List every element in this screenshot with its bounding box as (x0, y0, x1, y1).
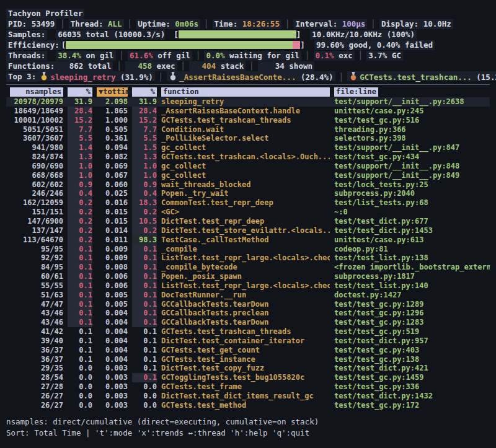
table-row[interactable]: 824/8741.30.0821.3GCTests.test_trashcan.… (6, 152, 490, 162)
top3-item[interactable]: sleeping_retry (31.9%) (38, 71, 155, 81)
col-header-function[interactable]: function (161, 87, 330, 97)
table-row[interactable]: 10001/1000215.21.00015.2GCTests.test_tra… (6, 116, 490, 125)
function-cell: GCTests.test_instance (161, 355, 330, 364)
file-line-cell: threading.py:366 (334, 125, 490, 134)
function-cell: GCCallbackTests.preclean (161, 309, 330, 318)
table-body: 20978/2097931.92.09831.9sleeping_retryte… (6, 97, 490, 410)
cum-pct-cell: 28.4 (132, 107, 157, 116)
cum-pct-cell: 0.1 (132, 291, 157, 300)
tottime-cell: 0.505 (97, 125, 128, 134)
tottime-cell: 0.004 (97, 318, 128, 327)
col-header-tottime[interactable]: ▼tottime (97, 87, 128, 97)
tottime-cell: 0.009 (97, 253, 128, 263)
stat-value: 0.0% (206, 51, 224, 60)
table-row[interactable]: 113/646700.20.01198.3TestCase._callTestM… (6, 235, 490, 245)
stat-segment: 38.4% on gil (56, 51, 115, 61)
direct-pct-cell: 0.0 (68, 382, 92, 392)
table-row[interactable]: 29/350.00.0030.1DictTest.test_copy_fuzzt… (6, 364, 490, 373)
file-line-cell: test/test_gc.py:403 (334, 346, 490, 355)
table-row[interactable]: 28/540.00.0030.1GCTogglingTests.test_bug… (6, 373, 490, 382)
separator: │ (200, 19, 213, 29)
efficiency-bar-good (66, 41, 293, 49)
tottime-cell: 0.014 (97, 226, 128, 235)
function-cell: DictTest.test_store_evilattr.<locals... (161, 226, 330, 235)
table-row[interactable]: 95/950.10.0090.1_compilecodeop.py:81 (6, 245, 490, 254)
function-cell: GCCallbackTests.tearDown (161, 300, 330, 309)
stat-label: stack (216, 61, 244, 71)
table-row[interactable]: 246/2460.40.0250.4Popen._try_waitsubproc… (6, 189, 490, 198)
function-cell: wait_threads_blocked (161, 180, 330, 190)
tottime-cell: 0.004 (97, 336, 128, 346)
table-row[interactable]: 92/920.10.0090.1ListTest.test_repr_large… (6, 253, 490, 263)
nsamples-cell: 113/64670 (10, 235, 63, 245)
nsamples-cell: 28/54 (10, 373, 63, 382)
table-row[interactable]: 43/460.10.0040.1GCCallbackTests.tearDown… (6, 318, 490, 327)
cum-pct-cell: 0.1 (132, 336, 157, 346)
col-header-direct-pct[interactable]: % (68, 87, 92, 97)
table-row[interactable]: 20978/2097931.92.09831.9sleeping_retryte… (6, 97, 490, 107)
efficiency-label: Efficiency: (6, 40, 61, 50)
direct-pct-cell: 28.4 (68, 107, 92, 116)
col-header-cum-pct[interactable]: % (132, 87, 157, 97)
table-row[interactable]: 5051/50517.70.5057.7Condition.waitthread… (6, 125, 490, 134)
function-cell: DictTest.test_repr_deep (161, 217, 330, 226)
footer-help-line2: Sort: Total Time | 't':mode 'x':trends ↔… (6, 428, 319, 439)
file-line-cell: test/test_gc.py:516 (334, 116, 490, 125)
table-row[interactable]: 690/6901.00.0691.0gc_collecttest/support… (6, 162, 490, 171)
table-row[interactable]: 26/270.00.0030.0GCTests.test_methodtest/… (6, 401, 490, 410)
table-row[interactable]: 26/270.00.0030.0DictTest.test_dict_items… (6, 392, 490, 401)
table-row[interactable]: 51/630.10.0050.1DocTestRunner.__rundocte… (6, 291, 490, 300)
top3-function-name: GCTests.test_trashcan... (360, 72, 472, 82)
table-row[interactable]: 941/9801.40.0941.5gc_collecttest/support… (6, 143, 490, 152)
table-row[interactable]: 27/280.00.0030.0GCTests.test_frametest/t… (6, 382, 490, 392)
thread-field[interactable]: Thread: ALL (69, 19, 124, 29)
nsamples-cell: 51/63 (10, 291, 63, 300)
file-line-cell: test/test_dict.py:957 (334, 336, 490, 346)
col-header-file-line[interactable]: file:line (334, 87, 378, 97)
cum-pct-cell: 98.3 (132, 235, 157, 245)
table-row[interactable]: 36/370.10.0040.1GCTests.test_get_countte… (6, 346, 490, 355)
function-cell: Popen._posix_spawn (161, 272, 330, 281)
function-cell: GCTogglingTests.test_bug1055820c (161, 373, 330, 382)
direct-pct-cell: 0.0 (68, 364, 92, 373)
cum-pct-cell: 1.0 (132, 171, 157, 180)
table-row[interactable]: 36/370.10.0040.1GCTests.test_instancetes… (6, 355, 490, 364)
cum-pct-cell: 15.2 (132, 116, 157, 125)
table-row[interactable]: 60/610.10.0060.1Popen._posix_spawnsubpro… (6, 272, 490, 281)
table-row[interactable]: 84/950.10.0080.1_compile_bytecode<frozen… (6, 263, 490, 272)
table-row[interactable]: 41/420.10.0040.1GCTests.test_trashcan_th… (6, 327, 490, 336)
table-row[interactable]: 3607/36075.50.3615.5_PollLikeSelector.se… (6, 134, 490, 143)
table-row[interactable]: 162/120590.20.01618.3CommonTest.test_rep… (6, 198, 490, 208)
cum-pct-cell: 0.1 (132, 281, 157, 291)
top3-item[interactable]: GCTests.test_trashcan... (15.2%) (347, 71, 496, 81)
table-row[interactable]: 151/1510.20.0150.2<GC>~:0 (6, 208, 490, 217)
top3-item[interactable]: _AssertRaisesBaseConte... (28.4%) (167, 71, 335, 81)
table-row[interactable]: 55/550.10.0060.1ListTest.test_repr_large… (6, 281, 490, 291)
thread-value: ALL (108, 19, 122, 29)
stat-value: 404 (191, 61, 216, 71)
tottime-cell: 0.003 (97, 373, 128, 382)
function-cell: _AssertRaisesBaseContext.handle (161, 107, 330, 116)
table-row[interactable]: 147/69000.20.01510.5DictTest.test_repr_d… (6, 217, 490, 226)
table-row[interactable]: 43/460.10.0040.1GCCallbackTests.preclean… (6, 309, 490, 318)
direct-pct-cell: 7.7 (68, 125, 92, 134)
table-row[interactable]: 39/400.10.0040.1DictTest.test_container_… (6, 336, 490, 346)
table-row[interactable]: 18649/1864928.41.86528.4_AssertRaisesBas… (6, 107, 490, 116)
nsamples-cell: 92/92 (10, 253, 63, 263)
top3-items: sleeping_retry (31.9%)│_AssertRaisesBase… (38, 71, 496, 82)
separator: │ (177, 61, 190, 71)
separator: │ (56, 19, 69, 29)
stat-segment: 0.1% exc (314, 51, 355, 61)
col-header-nsamples[interactable]: nsamples (10, 87, 63, 97)
table-row[interactable]: 137/1470.20.0140.2DictTest.test_store_ev… (6, 226, 490, 235)
direct-pct-cell: 1.0 (68, 162, 92, 171)
direct-pct-cell: 1.0 (68, 171, 92, 180)
cum-pct-cell: 0.1 (132, 272, 157, 281)
cum-pct-cell: 0.0 (132, 392, 157, 401)
table-row[interactable]: 668/6681.00.0671.0gc_collecttest/support… (6, 171, 490, 180)
function-cell: DocTestRunner.__run (161, 291, 330, 300)
file-line-cell: test/test_dict.py:677 (334, 217, 490, 226)
file-line-cell: test/test_gc.py:1289 (334, 300, 490, 309)
table-row[interactable]: 602/6020.90.0600.9wait_threads_blockedte… (6, 180, 490, 190)
table-row[interactable]: 47/470.10.0050.1GCCallbackTests.tearDown… (6, 300, 490, 309)
